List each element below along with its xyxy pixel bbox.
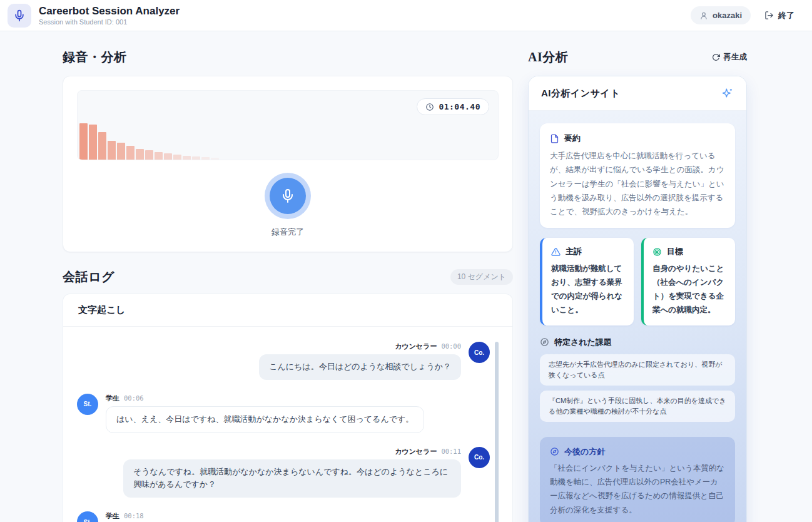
message-row: St.学生00:18えーと、はい。広告業界ですね。大手の広告代理店を中心に受けて… (77, 511, 490, 522)
regenerate-button[interactable]: 再生成 (712, 52, 748, 63)
compass-blue-icon (550, 447, 559, 456)
waveform-bar (108, 141, 116, 160)
transcript-title: 文字起こし (63, 294, 512, 327)
complaint-title: 主訴 (566, 246, 582, 257)
ai-insight-card: AI分析インサイト 要約 大手広告代理店を中心に就職活動を行っているが、結果が出… (528, 76, 747, 522)
waveform-bar (117, 143, 125, 160)
waveform-bar (79, 123, 88, 160)
speaker-name: 学生 (106, 394, 119, 403)
message-timestamp: 00:11 (441, 448, 461, 455)
message-bubble: こんにちは。今日はどのような相談でしょうか？ (259, 354, 461, 380)
transcript-panel: 文字起こし Co.カウンセラー00:00こんにちは。今日はどのような相談でしょう… (63, 294, 513, 522)
logout-icon (764, 11, 774, 20)
waveform-bar (98, 132, 106, 160)
waveform-bar (173, 155, 181, 160)
speaker-name: 学生 (106, 511, 119, 521)
waveform-bar (136, 149, 144, 160)
recording-section-title: 録音・分析 (63, 49, 513, 66)
target-icon (652, 247, 662, 257)
waveform-bar (183, 156, 191, 160)
mic-logo-icon (8, 4, 31, 28)
policy-text: 「社会にインパクトを与えたい」という本質的な動機を軸に、広告代理店以外のPR会社… (550, 461, 725, 517)
regenerate-label: 再生成 (724, 52, 748, 63)
summary-card: 要約 大手広告代理店を中心に就職活動を行っているが、結果が出ずに悩んでいる学生と… (540, 123, 735, 228)
ai-insight-title: AI分析インサイト (541, 88, 620, 100)
message-bubble: そうなんですね。就職活動がなかなか決まらないんですね。今はどのようなところに興味… (123, 459, 461, 498)
complaint-card: 主訴 就職活動が難航しており、志望する業界での内定が得られないこと。 (540, 238, 634, 325)
recording-card: 01:04.40 録音完了 (63, 76, 513, 252)
waveform-bar (201, 157, 210, 160)
analysis-section-title: AI分析 (528, 49, 568, 66)
message-bubble: はい、ええ、今日はですね、就職活動がなかなか決まらなくて困ってるんです。 (106, 406, 424, 433)
waveform-bar (89, 125, 97, 160)
counselor-avatar: Co. (469, 342, 490, 363)
summary-title: 要約 (564, 133, 581, 144)
sparkles-icon (721, 87, 734, 100)
issue-pill: 志望先が大手広告代理店のみに限定されており、視野が狭くなっている点 (540, 354, 735, 386)
warning-icon (551, 247, 561, 257)
student-avatar: St. (77, 511, 98, 522)
message-row: Co.カウンセラー00:00こんにちは。今日はどのような相談でしょうか？ (77, 342, 490, 380)
message-timestamp: 00:00 (441, 342, 461, 350)
refresh-icon (712, 53, 720, 61)
student-avatar: St. (77, 394, 98, 415)
conversation-section-title: 会話ログ (63, 269, 114, 285)
policy-title: 今後の方針 (564, 446, 605, 458)
app-title: Careerbot Session Analyzer (39, 5, 180, 18)
recording-status: 録音完了 (77, 227, 499, 238)
goal-text: 自身のやりたいこと（社会へのインパクト）を実現できる企業への就職内定。 (652, 262, 726, 317)
exit-button[interactable]: 終了 (764, 10, 794, 21)
message-row: Co.カウンセラー00:11そうなんですね。就職活動がなかなか決まらないんですね… (77, 447, 490, 498)
waveform-display: 01:04.40 (77, 90, 499, 160)
waveform-bar (155, 152, 163, 160)
message-timestamp: 00:06 (124, 394, 144, 402)
user-name: okazaki (713, 11, 742, 20)
clock-icon (425, 103, 434, 111)
issues-title: 特定された課題 (554, 337, 612, 348)
counselor-avatar: Co. (469, 447, 490, 468)
goal-title: 目標 (667, 246, 683, 257)
policy-card: 今後の方針 「社会にインパクトを与えたい」という本質的な動機を軸に、広告代理店以… (540, 437, 735, 522)
user-icon (699, 11, 708, 20)
record-button[interactable] (270, 178, 306, 214)
waveform-bar (192, 156, 200, 160)
user-badge[interactable]: okazaki (691, 6, 751, 24)
document-icon (550, 134, 559, 143)
exit-label: 終了 (778, 10, 794, 21)
waveform-bar (211, 158, 219, 160)
segment-count-badge: 10 セグメント (450, 269, 513, 285)
message-row: St.学生00:06はい、ええ、今日はですね、就職活動がなかなか決まらなくて困っ… (77, 394, 490, 433)
waveform-bar (164, 153, 172, 160)
speaker-name: カウンセラー (395, 342, 437, 351)
app-header: Careerbot Session Analyzer Session with … (0, 0, 812, 31)
app-brand: Careerbot Session Analyzer Session with … (8, 4, 180, 28)
waveform-bar (145, 150, 153, 160)
summary-text: 大手広告代理店を中心に就職活動を行っているが、結果が出ずに悩んでいる学生との面談… (550, 149, 725, 218)
message-list: Co.カウンセラー00:00こんにちは。今日はどのような相談でしょうか？St.学… (63, 327, 512, 522)
compass-icon (540, 337, 549, 347)
complaint-text: 就職活動が難航しており、志望する業界での内定が得られないこと。 (551, 262, 625, 317)
goal-card: 目標 自身のやりたいこと（社会へのインパクト）を実現できる企業への就職内定。 (641, 238, 735, 325)
recording-timer: 01:04.40 (417, 98, 489, 115)
speaker-name: カウンセラー (395, 447, 437, 456)
mic-icon (280, 188, 295, 203)
message-timestamp: 00:18 (124, 512, 144, 519)
timer-value: 01:04.40 (439, 102, 480, 111)
waveform-bar (126, 146, 134, 160)
transcript-scrollbar[interactable] (495, 342, 499, 522)
issues-section: 特定された課題 志望先が大手広告代理店のみに限定されており、視野が狭くなっている… (540, 335, 735, 427)
issue-pill: 『CM制作』という手段に固執し、本来の目的を達成できる他の業種や職種の検討が不十… (540, 391, 735, 422)
session-subtitle: Session with Student ID: 001 (39, 18, 180, 26)
waveform-bars (79, 91, 219, 160)
issue-pill-list: 志望先が大手広告代理店のみに限定されており、視野が狭くなっている点『CM制作』と… (540, 354, 735, 422)
